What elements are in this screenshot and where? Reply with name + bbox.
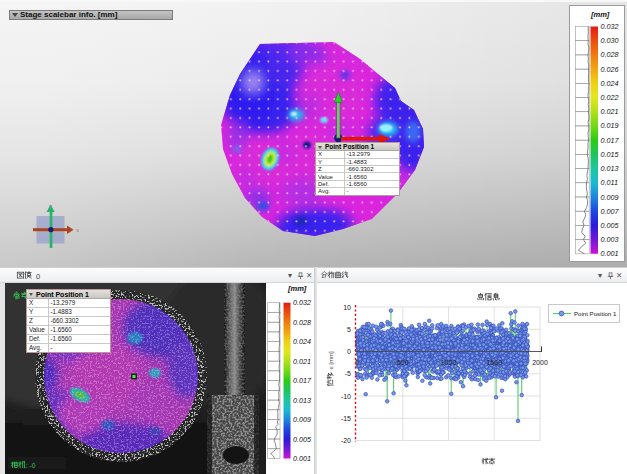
svg-text:Point Position 1: Point Position 1 <box>574 310 617 317</box>
svg-text:x: x <box>76 227 79 233</box>
svg-text:0: 0 <box>36 272 40 281</box>
svg-text:ε [mm]: ε [mm] <box>328 351 334 369</box>
svg-text:500: 500 <box>397 359 409 366</box>
svg-text:-20: -20 <box>341 437 351 444</box>
svg-text:: -0: : -0 <box>26 462 36 469</box>
svg-text:0: 0 <box>347 348 351 355</box>
svg-text:10: 10 <box>343 304 351 311</box>
svg-text:1000: 1000 <box>441 359 457 366</box>
svg-text:y: y <box>49 203 52 209</box>
svg-text:2000: 2000 <box>532 359 548 366</box>
svg-text:-10: -10 <box>341 393 351 400</box>
svg-text:-15: -15 <box>341 415 351 422</box>
svg-text:1500: 1500 <box>486 359 502 366</box>
svg-text:-5: -5 <box>345 370 351 377</box>
svg-text:5: 5 <box>347 326 351 333</box>
